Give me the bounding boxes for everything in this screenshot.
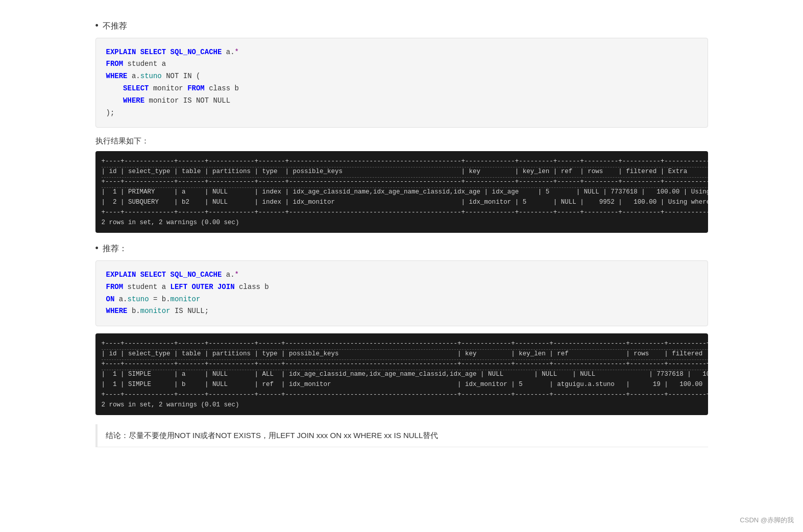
kw-where-1: WHERE: [106, 72, 128, 80]
conclusion-bar: 结论：尽量不要使用NOT IN或者NOT EXISTS，用LEFT JOIN x…: [95, 424, 708, 447]
code-block-not-recommended: EXPLAIN SELECT SQL_NO_CACHE a.* FROM stu…: [95, 38, 708, 128]
not-recommended-label: 不推荐: [103, 19, 127, 33]
kw-explain: EXPLAIN: [106, 48, 136, 56]
page-container: • 不推荐 EXPLAIN SELECT SQL_NO_CACHE a.* FR…: [75, 0, 728, 457]
terminal1-footer: +----+-------------+-------+------------…: [102, 209, 708, 226]
terminal2-header: +----+-------------+-------+------------…: [102, 340, 708, 370]
kw-where-2: WHERE: [106, 307, 128, 315]
not-recommended-bullet: • 不推荐: [95, 19, 708, 33]
kw-left-outer-join: LEFT OUTER JOIN: [171, 283, 235, 291]
code-block-recommended: EXPLAIN SELECT SQL_NO_CACHE a.* FROM stu…: [95, 260, 708, 326]
kw-sql-no-cache-1: SQL_NO_CACHE: [171, 48, 222, 56]
kw-star-2: *: [235, 271, 239, 279]
kw-select-1: SELECT: [140, 48, 166, 56]
kw-on: ON: [106, 295, 115, 303]
kw-where-sub: WHERE: [123, 96, 144, 105]
col-stuno-2: stuno: [128, 295, 149, 303]
kw-select-sub: SELECT: [123, 84, 149, 92]
kw-sql-no-cache-2: SQL_NO_CACHE: [171, 271, 222, 279]
kw-from-1: FROM: [106, 60, 124, 68]
kw-from-sub: FROM: [187, 84, 205, 92]
bullet-dot-1: •: [95, 19, 99, 32]
recommended-bullet: • 推荐：: [95, 242, 708, 255]
kw-star-1: *: [235, 48, 239, 56]
col-monitor-2: monitor: [140, 307, 171, 315]
terminal1-header: +----+-------------+-------+------------…: [102, 158, 708, 188]
recommended-label: 推荐：: [103, 242, 127, 255]
terminal-result-2: +----+-------------+-------+------------…: [95, 333, 708, 415]
terminal2-footer: +----+-------------+-------+------------…: [102, 391, 708, 408]
kw-select-2: SELECT: [140, 271, 166, 279]
conclusion-text: 结论：尽量不要使用NOT IN或者NOT EXISTS，用LEFT JOIN x…: [106, 431, 439, 440]
terminal1-row1: | 1 | PRIMARY | a | NULL | index | idx_a…: [102, 188, 708, 206]
result-label-1: 执行结果如下：: [95, 135, 708, 147]
col-stuno-1: stuno: [140, 72, 162, 80]
bullet-dot-2: •: [95, 242, 99, 255]
kw-from-2: FROM: [106, 283, 124, 291]
col-monitor-1: monitor: [171, 295, 201, 303]
kw-explain-2: EXPLAIN: [106, 271, 136, 279]
terminal2-row1: | 1 | SIMPLE | a | NULL | ALL | idx_age_…: [102, 371, 708, 388]
terminal-result-1: +----+-------------+-------+------------…: [95, 151, 708, 233]
